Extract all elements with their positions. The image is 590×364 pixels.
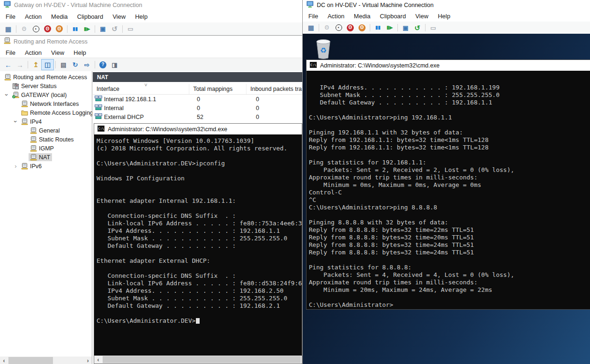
cmd-window-dc[interactable]: C:\ Administrator: C:\Windows\system32\c… [306, 59, 590, 310]
table-row[interactable]: External DHCP520 [93, 112, 302, 121]
enhanced-session-icon[interactable]: ▭ [125, 24, 136, 34]
pause-icon[interactable]: ▮▮ [69, 24, 81, 34]
cmd-titlebar-gateway[interactable]: C:\ Administrator: C:\Windows\system32\c… [94, 124, 302, 134]
toolbar-separator [67, 25, 67, 33]
menu-file[interactable]: File [1, 49, 20, 56]
console-line: Default Gateway . . . . . . . . . : [97, 242, 302, 250]
tree-item-igmp[interactable]: IGMP [0, 144, 92, 153]
console-line: Reply from 8.8.8.8: bytes=32 time=24ms T… [309, 241, 590, 249]
scroll-left-arrow[interactable]: ‹ [0, 357, 8, 364]
tree-item-network-interfaces[interactable]: Network Interfaces [0, 99, 92, 108]
ctrl-alt-del-icon[interactable]: ▦ [2, 24, 14, 34]
revert-icon[interactable]: ↺ [411, 22, 423, 33]
menu-media[interactable]: Media [349, 13, 375, 20]
console-tree: Routing and Remote AccessServer Status›G… [0, 73, 92, 171]
save-icon[interactable]: ʘ [356, 22, 368, 33]
column-header-total-mappings[interactable]: Total mappings [189, 84, 246, 94]
tree-item-nat[interactable]: NAT [0, 153, 92, 162]
tree-item-server-status[interactable]: Server Status [0, 82, 92, 90]
properties-icon[interactable]: ▤ [58, 59, 69, 70]
reset-icon[interactable]: ▮▶ [81, 24, 93, 34]
menu-clipboard[interactable]: Clipboard [73, 13, 108, 20]
cmd-horizontal-scrollbar[interactable]: ‹ [94, 356, 302, 364]
console-line: Subnet Mask . . . . . . . . . . . : 255.… [97, 235, 302, 242]
tree-item-static-routes[interactable]: Static Routes [0, 135, 92, 144]
console-output-dc[interactable]: IPv4 Address. . . . . . . . . . . : 192.… [306, 71, 590, 309]
svg-text:C:\: C:\ [98, 127, 105, 131]
start-icon[interactable]: ʘ [18, 24, 30, 34]
show-taskpad-icon[interactable]: ◨ [109, 59, 120, 70]
column-header-inbound-packets[interactable]: Inbound packets tra [246, 84, 302, 94]
console-line: Subnet Mask . . . . . . . . . . . : 255.… [309, 91, 590, 99]
menu-action[interactable]: Action [20, 13, 46, 20]
scroll-thumb[interactable] [8, 357, 53, 364]
scroll-right-arrow[interactable]: › [84, 357, 92, 364]
menu-action[interactable]: Action [323, 13, 349, 20]
chevron-expanded-icon[interactable]: › [3, 91, 10, 99]
export-list-icon[interactable]: ⇨ [81, 59, 93, 70]
console-line [309, 121, 590, 129]
console-line: Packets: Sent = 2, Received = 2, Lost = … [309, 166, 590, 174]
menu-help[interactable]: Help [130, 13, 152, 20]
tree-item-general[interactable]: General [0, 126, 92, 135]
menu-action[interactable]: Action [20, 49, 46, 56]
menu-view[interactable]: View [411, 13, 433, 20]
checkpoint-icon[interactable]: ▣ [400, 22, 411, 33]
forward-icon[interactable]: → [14, 59, 26, 70]
vm-window-gateway: Gatway on HV-DEV - Virtual Machine Conne… [0, 0, 302, 364]
tree-item-routing-and-remote-access[interactable]: Routing and Remote Access [0, 73, 92, 82]
menu-file[interactable]: File [304, 13, 323, 20]
column-header-interface[interactable]: Interface ˅ [93, 84, 189, 94]
help-icon[interactable]: ? [97, 59, 109, 70]
chevron-expanded-icon[interactable]: › [12, 118, 19, 126]
console-line [309, 294, 590, 301]
scroll-left-arrow[interactable]: ‹ [94, 357, 102, 363]
shut-down-icon[interactable]: ʘ [344, 22, 356, 33]
rras-titlebar[interactable]: Routing and Remote Access [0, 36, 302, 47]
enhanced-session-icon[interactable]: ▭ [427, 22, 439, 33]
revert-icon[interactable]: ↺ [109, 24, 120, 34]
pause-icon[interactable]: ▮▮ [372, 22, 384, 33]
reset-icon[interactable]: ▮▶ [384, 22, 396, 33]
turn-off-icon[interactable]: ▪ [333, 22, 344, 33]
menu-file[interactable]: File [1, 13, 20, 20]
console-line: C:\Users\Administrator>ping 8.8.8.8 [309, 204, 590, 211]
vm-desktop[interactable]: ♻ Recycle Bin C:\ Administrator: C:\Wind… [303, 34, 590, 364]
menu-view[interactable]: View [46, 49, 69, 56]
turn-off-icon[interactable]: ▪ [30, 24, 42, 34]
tree-item-ipv4[interactable]: ›IPv4 [0, 117, 92, 126]
tree-item-gateway-local[interactable]: ›GATEWAY (local) [0, 90, 92, 99]
table-row[interactable]: Internal00 [93, 104, 302, 112]
start-icon[interactable]: ʘ [321, 22, 333, 33]
menu-clipboard[interactable]: Clipboard [375, 13, 411, 20]
tree-item-remote-access-logging[interactable]: Remote Access Logging [0, 108, 92, 117]
cmd-window-gateway[interactable]: C:\ Administrator: C:\Windows\system32\c… [94, 123, 302, 364]
cmd-titlebar-dc[interactable]: C:\ Administrator: C:\Windows\system32\c… [306, 60, 590, 71]
gateway-titlebar[interactable]: Gatway on HV-DEV - Virtual Machine Conne… [0, 0, 302, 10]
menu-help[interactable]: Help [433, 13, 455, 20]
scroll-thumb[interactable] [103, 356, 301, 363]
console-output-gateway[interactable]: Microsoft Windows [Version 10.0.17763.10… [94, 134, 302, 356]
table-row[interactable]: Internal 192.168.1.100 [93, 95, 302, 104]
sort-chevron-icon: ˅ [144, 82, 147, 88]
dc-menubar: FileActionMediaClipboardViewHelp [303, 10, 590, 22]
refresh-icon[interactable]: ↻ [69, 59, 81, 70]
back-icon[interactable]: ← [2, 59, 14, 70]
save-icon[interactable]: ʘ [53, 24, 65, 34]
shut-down-icon[interactable]: ʘ [42, 24, 53, 34]
up-one-level-icon[interactable]: ↥ [30, 59, 42, 70]
menu-media[interactable]: Media [46, 13, 72, 20]
menu-view[interactable]: View [108, 13, 130, 20]
show-console-tree-icon[interactable]: ◫ [42, 59, 53, 70]
console-line: Control-C [309, 189, 590, 196]
menu-help[interactable]: Help [69, 49, 91, 56]
dc-titlebar[interactable]: DC on HV-DEV - Virtual Machine Connectio… [303, 0, 590, 10]
ctrl-alt-del-icon[interactable]: ▦ [305, 22, 317, 33]
console-line: Reply from 8.8.8.8: bytes=32 time=20ms T… [309, 234, 590, 241]
tree-item-ipv6[interactable]: ›IPv6 [0, 162, 92, 171]
checkpoint-icon[interactable]: ▣ [97, 24, 109, 34]
chevron-collapsed-icon[interactable]: › [12, 163, 20, 170]
console-line: IPv4 Address. . . . . . . . . . . : 192.… [97, 227, 302, 235]
toolbar-separator [95, 25, 95, 33]
tree-horizontal-scrollbar[interactable]: ‹ › [0, 357, 92, 364]
